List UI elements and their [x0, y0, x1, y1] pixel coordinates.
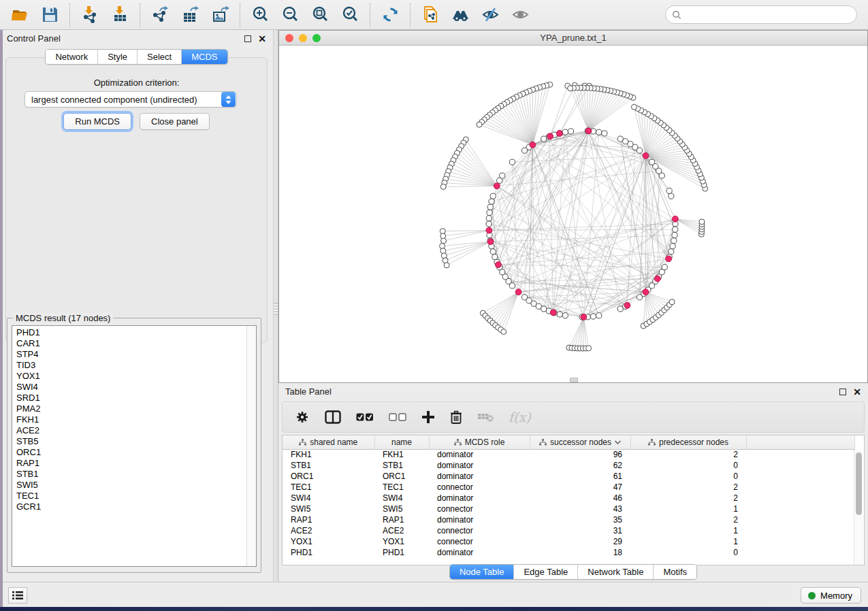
mcds-result-item[interactable]: GCR1 — [16, 501, 256, 512]
network-node[interactable] — [671, 238, 677, 244]
table-scrollbar[interactable] — [854, 450, 863, 565]
network-node[interactable] — [492, 254, 498, 259]
task-history-button[interactable] — [8, 587, 27, 604]
cell-shared-name[interactable]: YOX1 — [283, 536, 374, 547]
network-node[interactable] — [486, 216, 492, 221]
network-node[interactable] — [623, 139, 628, 144]
table-row[interactable]: RAP1RAP1dominator352 — [283, 514, 855, 525]
criterion-select[interactable]: largest connected component (undirected) — [25, 91, 237, 108]
tab-select[interactable]: Select — [138, 50, 182, 64]
network-node[interactable] — [669, 299, 675, 305]
cell-name[interactable]: FKH1 — [374, 449, 429, 460]
network-node[interactable] — [536, 303, 541, 309]
network-node[interactable] — [490, 249, 496, 254]
network-canvas[interactable] — [279, 46, 867, 382]
search-input[interactable] — [686, 10, 850, 20]
cell-mcds-role[interactable]: dominator — [429, 471, 530, 482]
cell-name[interactable]: STB1 — [374, 460, 429, 471]
refresh-button[interactable] — [380, 5, 400, 25]
cell-mcds-role[interactable]: dominator — [429, 514, 530, 525]
network-node[interactable] — [670, 244, 675, 249]
tab-network[interactable]: Network — [46, 50, 98, 64]
network-dominator-node[interactable] — [547, 133, 553, 139]
cell-predecessor-nodes[interactable]: 2 — [630, 449, 746, 460]
mcds-list-scrollbar[interactable] — [246, 326, 256, 566]
memory-button[interactable]: Memory — [801, 587, 861, 604]
mcds-result-item[interactable]: STP4 — [16, 349, 256, 360]
tab-network-table[interactable]: Network Table — [578, 565, 654, 579]
network-node[interactable] — [666, 188, 672, 193]
first-neighbors-button[interactable] — [450, 5, 470, 25]
network-dominator-node[interactable] — [494, 183, 500, 189]
cell-successor-nodes[interactable]: 61 — [530, 471, 630, 482]
cell-shared-name[interactable]: SWI4 — [283, 493, 374, 503]
network-node[interactable] — [631, 104, 637, 110]
tab-node-table[interactable]: Node Table — [450, 565, 515, 579]
cell-mcds-role[interactable]: dominator — [429, 460, 530, 471]
show-all-button[interactable] — [510, 5, 530, 25]
cell-successor-nodes[interactable]: 31 — [530, 525, 630, 536]
network-node[interactable] — [541, 306, 547, 312]
cell-successor-nodes[interactable]: 43 — [530, 503, 630, 514]
zoom-fit-button[interactable] — [310, 5, 330, 25]
table-row[interactable]: STB1STB1dominator620 — [283, 460, 855, 471]
cell-mcds-role[interactable]: connector — [429, 525, 530, 536]
network-node[interactable] — [669, 193, 674, 199]
network-dominator-node[interactable] — [530, 142, 536, 148]
network-dominator-node[interactable] — [515, 289, 521, 295]
network-node[interactable] — [617, 306, 623, 312]
horizontal-splitter-handle[interactable] — [570, 378, 578, 382]
network-dominator-node[interactable] — [495, 262, 501, 268]
cell-predecessor-nodes[interactable]: 1 — [630, 536, 746, 547]
cell-shared-name[interactable]: ORC1 — [283, 471, 374, 482]
network-node[interactable] — [501, 329, 507, 335]
network-dominator-node[interactable] — [581, 314, 587, 320]
mcds-result-item[interactable]: YOX1 — [16, 371, 256, 382]
cell-name[interactable]: SWI5 — [374, 503, 429, 514]
network-node[interactable] — [440, 184, 446, 189]
cell-predecessor-nodes[interactable]: 2 — [630, 514, 746, 525]
cell-shared-name[interactable]: SWI5 — [283, 503, 374, 514]
network-node[interactable] — [441, 238, 447, 244]
network-node[interactable] — [509, 159, 515, 165]
cell-mcds-role[interactable]: dominator — [429, 547, 530, 558]
select-all-button[interactable] — [356, 412, 374, 422]
table-settings-button[interactable] — [295, 410, 310, 425]
network-dominator-node[interactable] — [654, 276, 660, 282]
hide-selected-button[interactable] — [480, 5, 500, 25]
network-dominator-node[interactable] — [550, 310, 556, 316]
tab-edge-table[interactable]: Edge Table — [514, 565, 578, 579]
cell-predecessor-nodes[interactable]: 2 — [630, 493, 746, 503]
cell-name[interactable]: ORC1 — [374, 471, 429, 482]
export-image-button[interactable] — [210, 5, 230, 25]
network-dominator-node[interactable] — [643, 152, 649, 159]
network-node[interactable] — [477, 122, 482, 127]
search-box[interactable] — [665, 5, 857, 24]
mcds-result-item[interactable]: PHD1 — [16, 327, 256, 338]
zoom-out-button[interactable] — [280, 5, 300, 25]
cell-successor-nodes[interactable]: 96 — [530, 449, 630, 460]
network-node[interactable] — [586, 346, 592, 351]
cell-mcds-role[interactable]: dominator — [429, 493, 530, 503]
splitter-handle[interactable] — [274, 303, 278, 315]
table-row[interactable]: YOX1YOX1connector291 — [283, 536, 855, 547]
mcds-result-list[interactable]: PHD1CAR1STP4TID3YOX1SWI4SRD1PMA2FKH1ACE2… — [12, 325, 257, 567]
network-node[interactable] — [487, 204, 493, 210]
network-dominator-node[interactable] — [643, 289, 649, 295]
table-row[interactable]: PHD1PHD1dominator180 — [283, 547, 855, 558]
cell-mcds-role[interactable]: dominator — [429, 449, 530, 460]
network-dominator-node[interactable] — [487, 239, 494, 245]
mcds-result-item[interactable]: TID3 — [16, 360, 256, 371]
table-row[interactable]: SWI4SWI4dominator462 — [283, 493, 855, 503]
cell-name[interactable]: PHD1 — [374, 547, 429, 558]
cell-shared-name[interactable]: RAP1 — [283, 514, 374, 525]
table-row[interactable]: TEC1TEC1connector472 — [283, 482, 855, 493]
cell-name[interactable]: TEC1 — [374, 482, 429, 493]
cell-name[interactable]: YOX1 — [374, 536, 429, 547]
network-node[interactable] — [486, 221, 492, 227]
cell-predecessor-nodes[interactable]: 1 — [630, 503, 746, 514]
cell-name[interactable]: RAP1 — [374, 514, 429, 525]
network-node[interactable] — [669, 249, 674, 254]
mcds-result-item[interactable]: SWI5 — [16, 480, 256, 491]
cell-successor-nodes[interactable]: 46 — [530, 493, 630, 503]
